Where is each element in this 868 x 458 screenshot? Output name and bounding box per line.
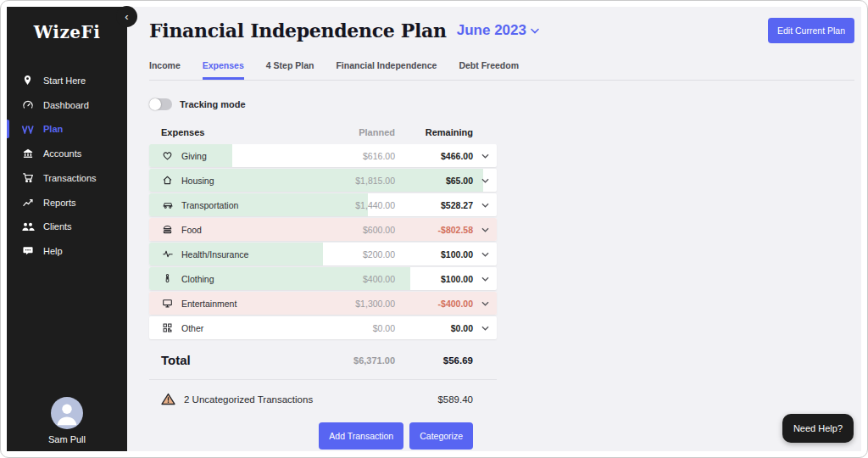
- chevron-down-icon[interactable]: [473, 301, 497, 306]
- planned-value: $0.00: [314, 323, 395, 333]
- tab-financial-independence[interactable]: Financial Independence: [336, 60, 437, 80]
- chevron-down-icon[interactable]: [473, 203, 497, 208]
- sidebar-item-help[interactable]: Help: [7, 238, 127, 263]
- remaining-value: $100.00: [395, 249, 473, 260]
- column-header-planned: Planned: [314, 127, 395, 137]
- tab-income[interactable]: Income: [149, 60, 181, 80]
- toggle-knob: [149, 98, 161, 110]
- user-profile[interactable]: Sam Pull: [7, 397, 127, 444]
- expense-row-transportation[interactable]: Transportation $1,440.00 $528.27: [149, 193, 497, 216]
- warning-icon: [161, 393, 176, 405]
- people-icon: [20, 221, 35, 232]
- tab-expenses[interactable]: Expenses: [203, 60, 244, 80]
- uncategorized-transactions-row[interactable]: 2 Uncategorized Transactions $589.40: [149, 393, 497, 405]
- add-transaction-button[interactable]: Add Transaction: [319, 422, 403, 450]
- category-label: Health/Insurance: [181, 249, 314, 260]
- sidebar-item-label: Plan: [43, 124, 63, 134]
- sidebar-item-clients[interactable]: Clients: [7, 215, 127, 238]
- total-row: Total $6,371.00 $56.69: [149, 353, 497, 380]
- tab-bar: Income Expenses 4 Step Plan Financial In…: [149, 60, 854, 81]
- remaining-value: $466.00: [395, 151, 473, 161]
- total-label: Total: [161, 353, 314, 367]
- tracking-mode-toggle[interactable]: [149, 98, 172, 110]
- category-label: Giving: [181, 151, 314, 161]
- sidebar-item-accounts[interactable]: Accounts: [7, 141, 127, 165]
- pulse-icon: [161, 249, 174, 260]
- user-name: Sam Pull: [7, 434, 127, 444]
- remaining-value: -$400.00: [395, 299, 473, 309]
- expense-row-other[interactable]: Other $0.00 $0.00: [149, 316, 497, 339]
- bank-icon: [20, 148, 35, 159]
- sidebar-item-reports[interactable]: Reports: [7, 190, 127, 215]
- sidebar-item-dashboard[interactable]: Dashboard: [7, 92, 127, 117]
- chevron-down-icon: [531, 28, 539, 34]
- pin-icon: [20, 75, 35, 86]
- sidebar-collapse-button[interactable]: ‹: [116, 6, 137, 27]
- planned-value: $1,815.00: [314, 176, 395, 186]
- uncategorized-label: 2 Uncategorized Transactions: [184, 394, 395, 405]
- chevron-left-icon: ‹: [125, 10, 128, 23]
- period-label: June 2023: [457, 22, 526, 39]
- sidebar-item-label: Accounts: [43, 148, 81, 159]
- edit-current-plan-button[interactable]: Edit Current Plan: [768, 18, 854, 43]
- tab-4-step-plan[interactable]: 4 Step Plan: [266, 60, 314, 80]
- page-title: Financial Independence Plan: [149, 20, 447, 42]
- wizefi-w-icon: [20, 125, 35, 134]
- sidebar-item-label: Help: [43, 246, 63, 256]
- grid-icon: [161, 322, 174, 333]
- period-selector[interactable]: June 2023: [457, 22, 539, 39]
- chevron-down-icon[interactable]: [473, 276, 497, 282]
- chevron-down-icon[interactable]: [473, 252, 497, 257]
- monitor-icon: [161, 298, 174, 309]
- planned-value: $1,300.00: [314, 299, 395, 309]
- chevron-down-icon[interactable]: [473, 326, 497, 331]
- category-label: Food: [181, 225, 314, 235]
- chevron-down-icon[interactable]: [473, 154, 497, 159]
- sidebar-item-transactions[interactable]: Transactions: [7, 165, 127, 190]
- sidebar-item-plan[interactable]: Plan: [7, 117, 127, 141]
- category-label: Transportation: [181, 200, 314, 210]
- sidebar-item-label: Start Here: [43, 75, 86, 86]
- cart-icon: [20, 172, 35, 183]
- chat-icon: [20, 245, 35, 256]
- remaining-value: $528.27: [395, 200, 473, 210]
- avatar: [51, 397, 83, 429]
- planned-value: $400.00: [314, 274, 395, 284]
- expense-row-entertainment[interactable]: Entertainment $1,300.00 -$400.00: [149, 292, 497, 315]
- main-content: Financial Independence Plan June 2023 Ed…: [127, 7, 861, 451]
- expense-row-housing[interactable]: Housing $1,815.00 $65.00: [149, 169, 497, 192]
- sidebar-item-label: Reports: [43, 198, 76, 208]
- tab-debt-freedom[interactable]: Debt Freedom: [459, 60, 519, 80]
- category-label: Clothing: [181, 274, 314, 284]
- remaining-value: $65.00: [395, 176, 473, 186]
- category-label: Housing: [181, 176, 314, 186]
- tracking-mode-label: Tracking mode: [180, 99, 246, 109]
- expense-row-food[interactable]: Food $600.00 -$802.58: [149, 218, 497, 241]
- app-frame: ‹ WizeFi Start Here Dashboard Plan Accou…: [0, 0, 868, 458]
- dashboard-icon: [20, 99, 35, 110]
- heart-icon: [161, 150, 174, 161]
- expense-row-clothing[interactable]: Clothing $400.00 $100.00: [149, 267, 497, 290]
- remaining-value: -$802.58: [395, 225, 473, 235]
- chevron-down-icon[interactable]: [473, 227, 497, 232]
- home-icon: [161, 175, 174, 186]
- column-header-remaining: Remaining: [395, 127, 473, 137]
- planned-value: $1,440.00: [314, 200, 395, 210]
- sidebar-item-start-here[interactable]: Start Here: [7, 68, 127, 92]
- expense-row-health-insurance[interactable]: Health/Insurance $200.00 $100.00: [149, 243, 497, 265]
- category-label: Entertainment: [181, 299, 314, 309]
- car-icon: [161, 199, 174, 210]
- category-label: Other: [181, 323, 314, 333]
- total-remaining-value: $56.69: [395, 355, 473, 366]
- expense-row-giving[interactable]: Giving $616.00 $466.00: [149, 144, 497, 167]
- chevron-down-icon[interactable]: [473, 178, 497, 183]
- uncategorized-amount: $589.40: [395, 394, 473, 405]
- sidebar-item-label: Dashboard: [43, 100, 89, 110]
- planned-value: $616.00: [314, 151, 395, 161]
- expenses-table: Expenses Planned Remaining Giving $616.0…: [149, 127, 497, 450]
- wizefi-logo: WizeFi: [7, 22, 127, 42]
- need-help-button[interactable]: Need Help?: [782, 414, 854, 443]
- column-header-expenses: Expenses: [161, 127, 314, 137]
- categorize-button[interactable]: Categorize: [409, 422, 473, 450]
- remaining-value: $100.00: [395, 274, 473, 284]
